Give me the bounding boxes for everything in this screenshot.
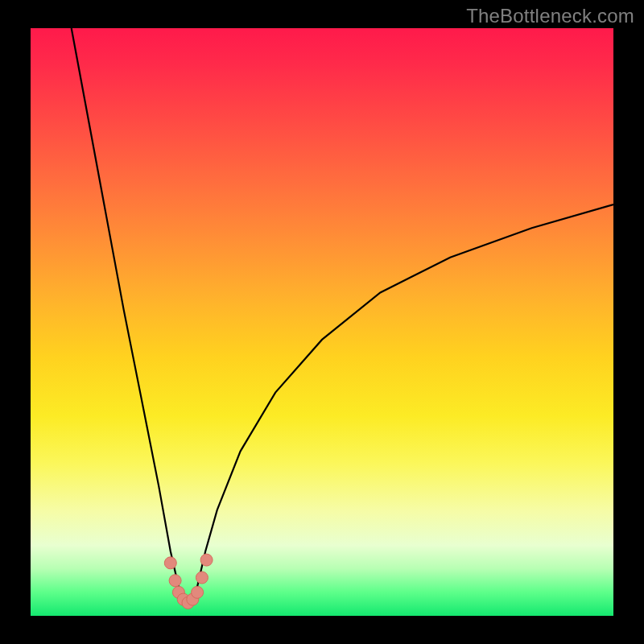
curve-layer — [31, 28, 613, 616]
marker-dot — [192, 586, 204, 598]
plot-area — [31, 28, 613, 616]
marker-dots — [164, 554, 213, 609]
marker-dot — [196, 572, 208, 584]
marker-dot — [169, 575, 181, 587]
outer-frame: TheBottleneck.com — [0, 0, 644, 644]
bottleneck-curve — [72, 28, 613, 604]
watermark-text: TheBottleneck.com — [466, 5, 634, 27]
marker-dot — [164, 557, 176, 569]
marker-dot — [200, 554, 213, 566]
